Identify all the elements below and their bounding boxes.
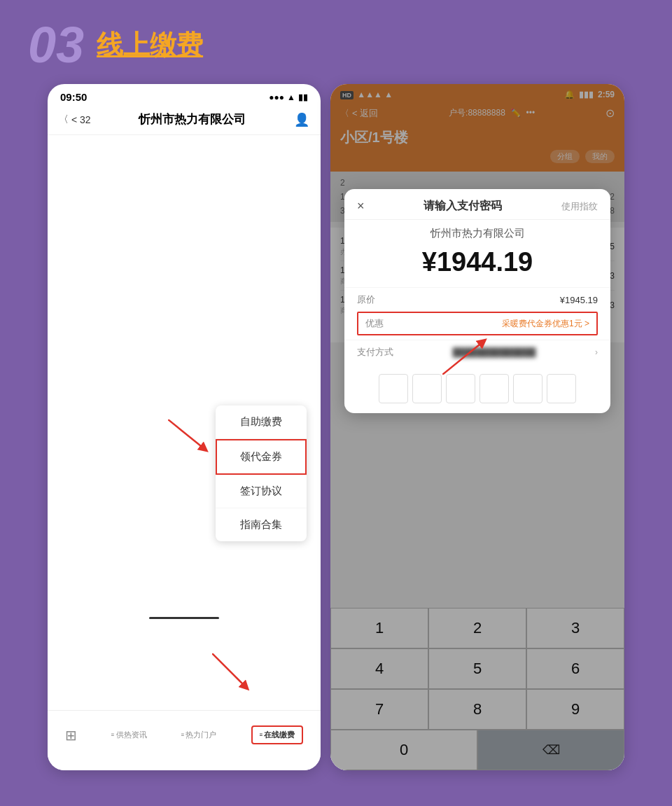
left-phone: 09:50 ●●● ▲ ▮▮ 〈 < 32 忻州市热力有限公司 👤 自助缴费 领… [48, 84, 321, 770]
password-input-row[interactable] [344, 364, 610, 413]
payment-method-row: 支付方式 ██████████████ › [344, 340, 610, 364]
modal-close-button[interactable]: × [357, 199, 365, 214]
right-phone: HD ▲▲▲ ▲ 🔔 ▮▮▮ 2:59 〈 < 返回 户号:88888888 ✏… [330, 84, 624, 770]
back-count: < 32 [71, 114, 91, 125]
grid-icon: ⊞ [65, 727, 77, 744]
password-cell-1[interactable] [379, 374, 408, 403]
password-cell-3[interactable] [446, 374, 475, 403]
payment-method-label: 支付方式 [357, 346, 393, 359]
arrow-online-pay [212, 653, 251, 692]
tab-heat-info[interactable]: ≡ 供热资讯 [111, 730, 147, 740]
chevron-left-icon: 〈 [59, 113, 69, 126]
home-indicator [48, 611, 321, 624]
menu-item-sign[interactable]: 签订协议 [216, 475, 307, 508]
section-number: 03 [28, 20, 84, 70]
popup-menu: 自助缴费 领代金券 签订协议 指南合集 [216, 405, 307, 541]
signal-icon: ●●● [269, 92, 284, 102]
password-cell-5[interactable] [513, 374, 542, 403]
wifi-icon: ▲ [287, 92, 295, 102]
payment-method-value: ██████████████ [452, 347, 536, 357]
discount-value: 采暖费代金券优惠1元 > [502, 318, 589, 330]
tab-home[interactable]: ⊞ [65, 727, 77, 744]
modal-company: 忻州市热力有限公司 [344, 220, 610, 243]
discount-label: 优惠 [365, 317, 384, 330]
left-nav-bar: 〈 < 32 忻州市热力有限公司 👤 [48, 107, 321, 135]
menu-item-self-pay[interactable]: 自助缴费 [216, 405, 307, 439]
modal-header: × 请输入支付密码 使用指纹 [344, 189, 610, 220]
profile-icon[interactable]: 👤 [294, 112, 309, 127]
fingerprint-button[interactable]: 使用指纹 [561, 200, 598, 213]
tab-heat-info-label: ≡ 供热资讯 [111, 730, 147, 740]
password-cell-4[interactable] [479, 374, 509, 403]
left-status-icons: ●●● ▲ ▮▮ [269, 92, 308, 102]
tab-bar: ⊞ ≡ 供热资讯 ≡ 热力门户 ≡ 在线缴费 [48, 710, 321, 770]
svg-line-1 [168, 419, 204, 449]
modal-overlay[interactable] [330, 84, 624, 770]
payment-chevron-icon[interactable]: › [595, 347, 598, 357]
modal-amount: ¥1944.19 [344, 243, 610, 287]
battery-icon: ▮▮ [298, 92, 308, 102]
left-status-bar: 09:50 ●●● ▲ ▮▮ [48, 84, 321, 107]
phones-container: 09:50 ●●● ▲ ▮▮ 〈 < 32 忻州市热力有限公司 👤 自助缴费 领… [0, 84, 672, 770]
payment-modal: × 请输入支付密码 使用指纹 忻州市热力有限公司 ¥1944.19 原价 ¥19… [344, 189, 610, 413]
tab-portal[interactable]: ≡ 热力门户 [181, 730, 217, 740]
discount-row[interactable]: 优惠 采暖费代金券优惠1元 > [357, 312, 598, 335]
original-price-value: ¥1945.19 [560, 295, 598, 305]
original-price-row: 原价 ¥1945.19 [344, 287, 610, 312]
menu-item-voucher[interactable]: 领代金券 [216, 439, 307, 475]
arrow-voucher [168, 419, 210, 454]
tab-online-pay[interactable]: ≡ 在线缴费 [251, 725, 304, 744]
tab-portal-label: ≡ 热力门户 [181, 730, 217, 740]
tab-online-pay-label: ≡ 在线缴费 [260, 730, 295, 740]
home-indicator-bar [149, 617, 219, 619]
section-title: 线上缴费 [97, 32, 203, 58]
modal-title: 请输入支付密码 [424, 199, 502, 214]
original-price-label: 原价 [357, 293, 375, 306]
password-cell-6[interactable] [547, 374, 576, 403]
back-button[interactable]: 〈 < 32 [59, 113, 91, 126]
nav-title: 忻州市热力有限公司 [91, 111, 294, 127]
svg-line-3 [212, 653, 246, 687]
menu-item-guide[interactable]: 指南合集 [216, 508, 307, 541]
page-header: 03 线上缴费 [0, 0, 672, 84]
left-status-time: 09:50 [60, 91, 87, 103]
password-cell-2[interactable] [412, 374, 442, 403]
